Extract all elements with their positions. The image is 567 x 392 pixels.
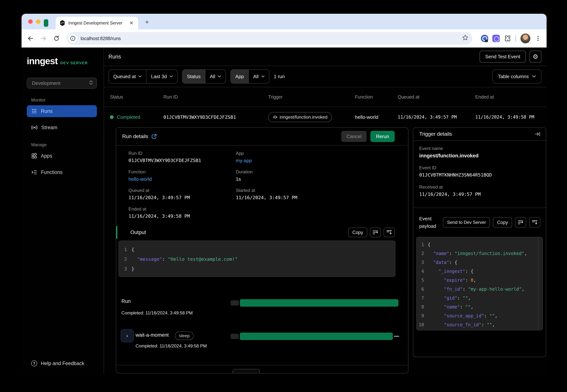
col-function[interactable]: Function bbox=[355, 94, 398, 100]
toolbar-divider bbox=[515, 35, 516, 42]
back-icon[interactable] bbox=[25, 33, 36, 44]
scroll-to-bottom-icon[interactable] bbox=[383, 227, 395, 237]
address-bar[interactable]: localhost:8288/runs bbox=[67, 32, 472, 45]
output-code-block[interactable]: 1 { 2 "message": "Hello test@example.com… bbox=[118, 240, 396, 277]
code-line-6: 6 "fn_id": "my-app-hello-world", bbox=[417, 285, 542, 294]
run-count: 1 run bbox=[274, 74, 285, 79]
app-filter-label: App bbox=[231, 70, 248, 83]
queued-at-dropdown[interactable]: Queued at bbox=[109, 70, 146, 83]
sleep-badge: sleep bbox=[175, 332, 194, 340]
col-run-id[interactable]: Run ID bbox=[163, 94, 268, 100]
reload-icon[interactable] bbox=[51, 33, 62, 44]
site-info-icon[interactable] bbox=[68, 34, 77, 43]
col-ended-at[interactable]: Ended at bbox=[475, 94, 547, 100]
code-line-2: 2 "name": "inngest/function.invoked", bbox=[417, 249, 542, 258]
col-trigger[interactable]: Trigger bbox=[268, 94, 355, 100]
traffic-zoom-button[interactable] bbox=[44, 19, 48, 27]
traffic-minimize-button[interactable] bbox=[36, 19, 41, 24]
forward-icon[interactable] bbox=[38, 33, 49, 44]
field-function-value[interactable]: hello-world bbox=[128, 176, 236, 182]
timeline-run-bar[interactable] bbox=[231, 299, 398, 307]
send-to-dev-server-button[interactable]: Send to Dev Server bbox=[443, 217, 490, 227]
field-duration-value: 1s bbox=[236, 176, 395, 182]
functions-icon bbox=[31, 169, 37, 175]
status-filter-dropdown[interactable]: All bbox=[205, 70, 226, 83]
bar-end-tick bbox=[394, 336, 399, 337]
trigger-event-pill[interactable]: inngest/function.invoked bbox=[268, 112, 332, 122]
collapse-panel-icon[interactable] bbox=[535, 132, 541, 136]
code-line-7: 7 "gid": "", bbox=[417, 294, 542, 303]
extensions-puzzle-icon[interactable] bbox=[504, 35, 511, 42]
field-run-id: Run ID 01JCVBTMV3WXY9D3CFDEJFZSB1 bbox=[128, 151, 236, 169]
sidebar-section-manage: Manage bbox=[31, 142, 104, 147]
run-status-cell: Completed bbox=[110, 114, 163, 120]
app-filter-dropdown[interactable]: All bbox=[248, 70, 269, 83]
run-details-card: Run details Cancel Rerun Run ID 01JCVBTM… bbox=[116, 127, 409, 373]
status-filter: Status All bbox=[182, 70, 226, 84]
payload-scroll-bottom-icon[interactable] bbox=[529, 217, 540, 227]
cancel-button[interactable]: Cancel bbox=[341, 131, 367, 142]
timeline-run-label[interactable]: Run bbox=[121, 298, 131, 304]
external-link-icon[interactable] bbox=[152, 134, 157, 139]
event-payload-label: Event payload bbox=[419, 215, 440, 230]
run-bar-green bbox=[240, 299, 398, 307]
field-app-value[interactable]: my-app bbox=[236, 158, 395, 164]
word-wrap-icon[interactable] bbox=[370, 227, 381, 237]
event-payload-code-block[interactable]: 1 { 2 "name": "inngest/function.invoked"… bbox=[416, 237, 543, 330]
output-header: Output Copy bbox=[116, 225, 408, 240]
output-title: Output bbox=[130, 229, 146, 235]
field-function: Function hello-world bbox=[128, 169, 236, 188]
sidebar: inngest DEV SERVER Development Monitor R… bbox=[22, 47, 104, 375]
time-range-dropdown[interactable]: Last 3d bbox=[146, 70, 177, 83]
rerun-button[interactable]: Rerun bbox=[370, 131, 395, 142]
col-status[interactable]: Status bbox=[110, 94, 163, 100]
timeline-step-completed: Completed: 11/16/2024, 3:49:58 PM bbox=[136, 343, 207, 349]
timeline-step-label[interactable]: wait-a-moment bbox=[136, 332, 169, 338]
apps-icon bbox=[31, 153, 37, 159]
output-copy-button[interactable]: Copy bbox=[348, 227, 367, 237]
send-test-event-button[interactable]: Send Test Event bbox=[480, 51, 526, 63]
field-queued-at-value: 11/16/2024, 3:49:57 PM bbox=[128, 195, 236, 200]
queued-at-cell: 11/16/2024, 3:49:57 PM bbox=[398, 114, 475, 120]
col-queued-at[interactable]: Queued at bbox=[398, 94, 475, 100]
timeline-step-bar[interactable] bbox=[231, 333, 399, 340]
run-details-header: Run details Cancel Rerun bbox=[116, 128, 408, 145]
app-filter: App All bbox=[230, 70, 269, 84]
password-manager-icon[interactable] bbox=[481, 35, 488, 42]
stream-icon bbox=[31, 125, 38, 130]
tab-close-icon[interactable]: ✕ bbox=[128, 20, 134, 26]
sidebar-item-stream[interactable]: Stream bbox=[27, 122, 97, 133]
sidebar-item-functions[interactable]: Functions bbox=[27, 166, 97, 178]
code-line-9: 9 "source_app_id": "", bbox=[417, 311, 542, 320]
browser-menu-icon[interactable] bbox=[535, 35, 541, 42]
expand-step-chevron[interactable]: › bbox=[121, 329, 134, 342]
run-details-fields: Run ID 01JCVBTMV3WXY9D3CFDEJFZSB1 App my… bbox=[116, 145, 408, 225]
select-updown-icon bbox=[89, 80, 93, 86]
new-tab-button[interactable]: + bbox=[143, 18, 151, 26]
browser-tab[interactable]: Inngest Development Server ✕ bbox=[56, 17, 138, 29]
help-and-feedback[interactable]: ? Help and Feedback bbox=[22, 361, 104, 375]
traffic-close-button[interactable] bbox=[28, 19, 33, 24]
table-columns-button[interactable]: Table columns bbox=[492, 70, 541, 84]
code-line-2: 2 "message": "Hello test@example.com!" bbox=[119, 254, 395, 264]
page-title: Runs bbox=[108, 54, 121, 60]
expand-handle[interactable] bbox=[232, 369, 260, 373]
code-line-4: 4 "_inngest": { bbox=[417, 267, 542, 276]
payload-copy-button[interactable]: Copy bbox=[493, 217, 512, 227]
extension-app-icon[interactable] bbox=[492, 35, 500, 42]
step-bar-green bbox=[240, 333, 393, 340]
settings-gear-icon[interactable]: ⚙ bbox=[529, 51, 541, 63]
payload-word-wrap-icon[interactable] bbox=[515, 217, 526, 227]
field-run-id-value: 01JCVBTMV3WXY9D3CFDEJFZSB1 bbox=[128, 158, 236, 163]
sidebar-item-apps[interactable]: Apps bbox=[27, 150, 97, 162]
time-field-filter: Queued at Last 3d bbox=[108, 70, 178, 84]
bookmark-star-icon[interactable] bbox=[462, 34, 468, 42]
browser-tabstrip: Inngest Development Server ✕ + bbox=[22, 14, 547, 29]
sidebar-sections: Monitor Runs Stream Manage Apps Functi bbox=[22, 89, 104, 183]
trigger-details-header: Trigger details bbox=[413, 128, 546, 141]
profile-avatar[interactable] bbox=[520, 33, 531, 44]
environment-select[interactable]: Development bbox=[27, 78, 97, 89]
table-row[interactable]: Completed 01JCVBTMV3WXY9D3CFDEJFZSB1 inn… bbox=[104, 107, 547, 127]
browser-toolbar: localhost:8288/runs bbox=[22, 29, 547, 47]
sidebar-item-runs[interactable]: Runs bbox=[27, 105, 97, 117]
